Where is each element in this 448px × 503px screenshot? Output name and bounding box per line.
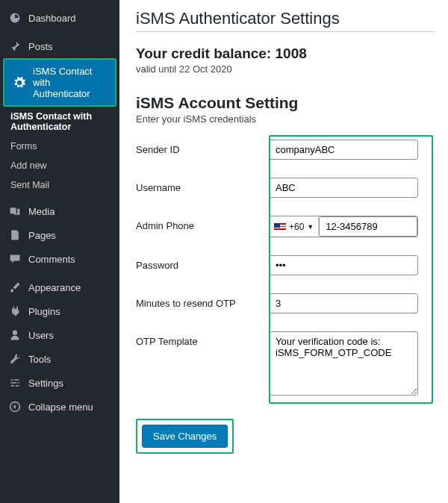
sidebar-item-appearance[interactable]: Appearance	[0, 275, 119, 299]
plug-icon	[7, 305, 22, 317]
sidebar-label: Comments	[28, 254, 75, 265]
page-icon	[7, 229, 22, 241]
sidebar-sub-overview[interactable]: iSMS Contact with Authenticator	[0, 107, 119, 137]
sidebar-item-comments[interactable]: Comments	[0, 247, 119, 271]
brush-icon	[7, 281, 22, 293]
sidebar-item-users[interactable]: Users	[0, 323, 119, 347]
save-changes-button[interactable]: Save Changes	[142, 425, 228, 448]
highlight-active-plugin: iSMS Contact with Authenticator	[3, 58, 116, 107]
admin-sidebar: Dashboard Posts iSMS Contact with Authen…	[0, 0, 119, 503]
sidebar-item-pages[interactable]: Pages	[0, 223, 119, 247]
sidebar-label: Pages	[28, 230, 56, 241]
label-username: Username	[136, 178, 269, 193]
country-code: +60	[289, 222, 304, 232]
admin-phone-field: +60 ▼	[269, 216, 418, 237]
flag-my-icon	[274, 223, 286, 231]
label-admin-phone: Admin Phone	[136, 216, 269, 231]
sidebar-item-plugins[interactable]: Plugins	[0, 299, 119, 323]
sidebar-label: Dashboard	[28, 13, 76, 24]
label-sender-id: Sender ID	[136, 140, 269, 155]
label-otp-template: OTP Template	[136, 331, 269, 347]
credit-balance: Your credit balance: 1008	[136, 46, 435, 62]
pin-icon	[7, 40, 22, 52]
country-code-selector[interactable]: +60 ▼	[270, 216, 319, 237]
label-password: Password	[136, 255, 269, 271]
chevron-down-icon: ▼	[307, 223, 314, 231]
sidebar-item-dashboard[interactable]: Dashboard	[0, 6, 119, 30]
user-icon	[7, 329, 22, 341]
main-content: iSMS Authenticator Settings Your credit …	[119, 0, 448, 503]
sender-id-input[interactable]	[269, 140, 418, 160]
media-icon	[7, 205, 22, 217]
sidebar-item-tools[interactable]: Tools	[0, 347, 119, 371]
username-input[interactable]	[269, 178, 418, 198]
sidebar-sub-sent-mail[interactable]: Sent Mail	[0, 175, 119, 195]
sidebar-label: Users	[28, 330, 54, 341]
section-title: iSMS Account Setting	[136, 94, 435, 112]
sidebar-label: Settings	[28, 378, 63, 389]
resend-minutes-input[interactable]	[269, 293, 418, 313]
sidebar-label: Appearance	[28, 282, 81, 293]
sidebar-sub-add-new[interactable]: Add new	[0, 156, 119, 175]
sidebar-label: iSMS Contact with Authenticator	[33, 66, 109, 99]
valid-until: valid until 22 Oct 2020	[136, 63, 435, 75]
dashboard-icon	[7, 12, 22, 24]
gear-icon	[12, 77, 27, 89]
sidebar-label: Plugins	[28, 306, 60, 317]
page-title: iSMS Authenticator Settings	[136, 9, 435, 28]
password-input[interactable]	[269, 255, 418, 275]
divider	[136, 31, 435, 32]
sidebar-label: Tools	[28, 354, 51, 365]
sliders-icon	[7, 377, 22, 389]
sidebar-collapse[interactable]: Collapse menu	[0, 395, 119, 419]
sidebar-label: Posts	[28, 41, 53, 52]
otp-template-textarea[interactable]	[269, 331, 418, 396]
sidebar-sub-forms[interactable]: Forms	[0, 137, 119, 156]
highlight-save-button: Save Changes	[136, 419, 234, 454]
comment-icon	[7, 253, 22, 265]
sidebar-item-settings[interactable]: Settings	[0, 371, 119, 395]
admin-phone-input[interactable]	[319, 216, 417, 237]
section-desc: Enter your iSMS credentials	[136, 113, 435, 125]
sidebar-item-media[interactable]: Media	[0, 199, 119, 223]
label-resend-minutes: Minutes to resend OTP	[136, 293, 269, 309]
collapse-icon	[7, 401, 22, 413]
sidebar-item-isms[interactable]: iSMS Contact with Authenticator	[4, 60, 115, 105]
sidebar-label: Collapse menu	[28, 402, 93, 413]
wrench-icon	[7, 353, 22, 365]
sidebar-label: Media	[28, 206, 55, 217]
sidebar-item-posts[interactable]: Posts	[0, 34, 119, 58]
